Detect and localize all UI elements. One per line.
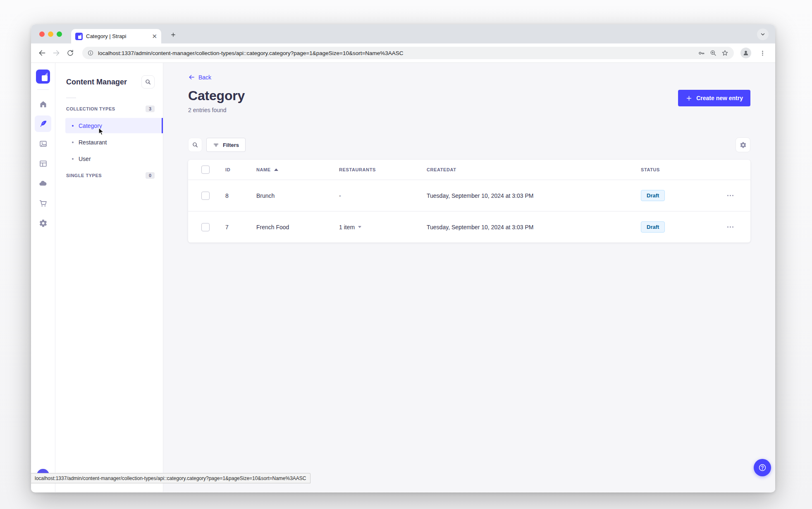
cell-id: 7	[225, 224, 256, 230]
browser-tab[interactable]: Category | Strapi ✕	[71, 29, 161, 43]
status-badge: Draft	[641, 190, 665, 201]
reload-button[interactable]	[64, 47, 76, 59]
column-header-restaurants[interactable]: RESTAURANTS	[339, 167, 427, 172]
row-checkbox[interactable]	[201, 192, 210, 200]
gear-icon	[39, 219, 48, 228]
close-window-button[interactable]	[39, 31, 45, 37]
status-badge: Draft	[641, 221, 665, 233]
gear-icon	[740, 142, 747, 149]
back-link[interactable]: Back	[188, 74, 211, 81]
search-icon	[192, 142, 198, 148]
collection-types-count-badge: 3	[146, 106, 155, 112]
nav-media-library-button[interactable]	[35, 135, 51, 152]
cell-createdat: Tuesday, September 10, 2024 at 3:03 PM	[427, 224, 641, 230]
row-actions-button[interactable]	[726, 224, 750, 230]
dots-vertical-icon	[759, 50, 766, 57]
new-tab-button[interactable]	[167, 29, 179, 41]
cell-createdat: Tuesday, September 10, 2024 at 3:03 PM	[427, 192, 641, 199]
browser-menu-button[interactable]	[756, 47, 769, 59]
help-button[interactable]	[754, 459, 771, 476]
sidebar-item-label: Category	[79, 122, 102, 129]
person-icon	[742, 49, 750, 57]
back-button[interactable]	[36, 47, 48, 59]
cell-restaurants: -	[339, 192, 427, 199]
sort-asc-icon	[274, 168, 278, 171]
maximize-window-button[interactable]	[57, 31, 62, 37]
cell-id: 8	[225, 192, 256, 199]
view-settings-button[interactable]	[736, 137, 750, 152]
main-nav-rail: KD	[31, 63, 55, 492]
sidebar-search-button[interactable]	[141, 75, 155, 89]
column-header-status[interactable]: STATUS	[641, 167, 726, 172]
nav-settings-button[interactable]	[35, 215, 51, 231]
column-header-name[interactable]: NAME	[256, 167, 339, 172]
table-search-button[interactable]	[188, 138, 202, 152]
bullet-icon	[72, 158, 74, 160]
select-all-checkbox[interactable]	[201, 166, 210, 174]
strapi-logo[interactable]	[36, 70, 50, 84]
single-types-count-badge: 0	[146, 172, 155, 179]
sidebar-item-category[interactable]: Category	[65, 118, 163, 133]
layout-icon	[39, 159, 48, 168]
row-checkbox[interactable]	[201, 223, 210, 231]
nav-content-type-builder-button[interactable]	[35, 155, 51, 172]
column-header-id[interactable]: ID	[225, 167, 256, 172]
site-info-icon[interactable]	[87, 50, 94, 56]
column-header-createdat[interactable]: CREATEDAT	[427, 167, 641, 172]
sidebar-item-user[interactable]: User	[65, 151, 163, 166]
tab-close-icon[interactable]: ✕	[152, 33, 157, 39]
main-content: Back Category 2 entries found Create new…	[163, 63, 775, 492]
collection-types-list: Category Restaurant User	[55, 118, 163, 166]
filters-button[interactable]: Filters	[206, 138, 246, 152]
url-bar[interactable]: localhost:1337/admin/content-manager/col…	[82, 47, 734, 59]
cell-name: Brunch	[256, 192, 339, 199]
chevron-down-icon	[358, 226, 361, 228]
bookmark-star-icon[interactable]	[721, 49, 729, 57]
arrow-right-icon	[52, 49, 60, 57]
browser-profile-button[interactable]	[740, 48, 751, 58]
home-icon	[39, 100, 48, 108]
filter-icon	[213, 142, 219, 148]
table-row[interactable]: 7 French Food 1 item Tuesday, September …	[188, 211, 750, 242]
cart-icon	[39, 199, 48, 208]
media-image-icon	[39, 139, 48, 148]
table-row[interactable]: 8 Brunch - Tuesday, September 10, 2024 a…	[188, 180, 750, 211]
nav-content-manager-button[interactable]	[35, 115, 51, 132]
reload-icon	[67, 49, 74, 57]
table-header-row: ID NAME RESTAURANTS CREATEDAT STATUS	[188, 160, 750, 180]
divider	[66, 98, 76, 98]
cell-restaurants-dropdown[interactable]: 1 item	[339, 224, 427, 230]
strapi-admin: KD Content Manager COLLECTION TYPES 3	[31, 63, 775, 492]
cell-name: French Food	[256, 224, 339, 230]
search-icon	[145, 79, 151, 85]
sidebar-item-label: Restaurant	[79, 139, 107, 146]
create-new-entry-button[interactable]: Create new entry	[678, 90, 750, 106]
nav-marketplace-button[interactable]	[35, 195, 51, 211]
tab-title: Category | Strapi	[86, 33, 148, 39]
cloud-icon	[38, 179, 48, 188]
strapi-favicon-icon	[75, 33, 83, 40]
url-text[interactable]: localhost:1337/admin/content-manager/col…	[98, 50, 693, 56]
minimize-window-button[interactable]	[48, 31, 53, 37]
browser-toolbar: localhost:1337/admin/content-manager/col…	[31, 43, 775, 63]
entries-count: 2 entries found	[188, 107, 245, 113]
zoom-icon[interactable]	[709, 49, 717, 57]
plus-icon	[685, 95, 693, 102]
nav-cloud-button[interactable]	[35, 175, 51, 192]
sidebar-item-restaurant[interactable]: Restaurant	[65, 134, 163, 150]
window-controls	[39, 31, 62, 37]
browser-window: Category | Strapi ✕	[31, 24, 775, 492]
password-key-icon[interactable]	[697, 49, 705, 57]
tab-search-button[interactable]	[757, 29, 769, 40]
arrow-left-icon	[188, 74, 195, 81]
entries-table: ID NAME RESTAURANTS CREATEDAT STATUS 8 B…	[188, 160, 750, 242]
forward-button[interactable]	[50, 47, 62, 59]
single-types-label: SINGLE TYPES	[66, 173, 102, 178]
chevron-down-icon	[760, 31, 766, 37]
nav-home-button[interactable]	[35, 96, 51, 112]
plus-icon	[170, 31, 177, 38]
bullet-icon	[72, 142, 74, 143]
tab-strip: Category | Strapi ✕	[31, 24, 775, 43]
collection-types-label: COLLECTION TYPES	[66, 106, 115, 111]
row-actions-button[interactable]	[726, 192, 750, 199]
